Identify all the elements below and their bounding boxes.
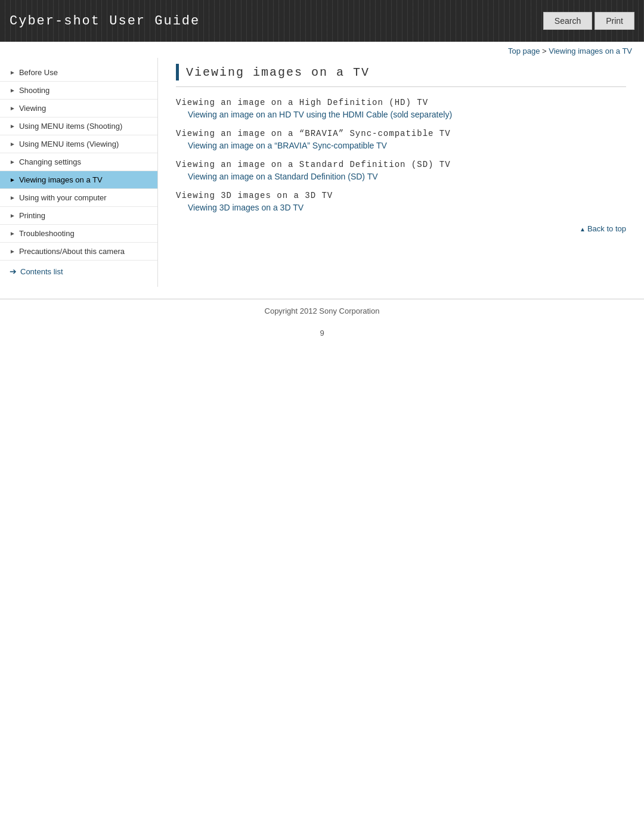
- chevron-right-icon: ►: [10, 123, 16, 129]
- breadcrumb-top-link[interactable]: Top page: [508, 47, 540, 55]
- chevron-right-icon: ►: [10, 159, 16, 165]
- sidebar-item-viewing[interactable]: ► Viewing: [0, 100, 157, 117]
- main-layout: ► Before Use ► Shooting ► Viewing ► Usin…: [0, 58, 644, 287]
- app-title: Cyber-shot User Guide: [10, 14, 200, 29]
- page-number: 9: [0, 323, 644, 343]
- header-actions: Search Print: [543, 12, 634, 30]
- section-bravia-tv-link[interactable]: Viewing an image on a “BRAVIA” Sync-comp…: [176, 141, 626, 150]
- chevron-right-icon: ►: [10, 176, 16, 183]
- sidebar-item-label: Before Use: [19, 68, 58, 77]
- section-hd-tv-title: Viewing an image on a High Definition (H…: [176, 98, 626, 107]
- sidebar-item-changing-settings[interactable]: ► Changing settings: [0, 153, 157, 171]
- back-to-top: ▲Back to top: [176, 224, 626, 233]
- section-sd-tv: Viewing an image on a Standard Definitio…: [176, 160, 626, 181]
- search-button[interactable]: Search: [543, 12, 592, 30]
- triangle-up-icon: ▲: [580, 226, 586, 233]
- sidebar-item-printing[interactable]: ► Printing: [0, 207, 157, 225]
- sidebar-item-label: Changing settings: [19, 157, 81, 166]
- sidebar-item-label: Precautions/About this camera: [19, 247, 125, 256]
- section-sd-tv-link[interactable]: Viewing an image on a Standard Definitio…: [176, 172, 626, 181]
- sidebar-item-using-menu-viewing[interactable]: ► Using MENU items (Viewing): [0, 135, 157, 153]
- chevron-right-icon: ►: [10, 212, 16, 219]
- arrow-right-icon: ➔: [10, 267, 17, 276]
- sidebar-item-shooting[interactable]: ► Shooting: [0, 82, 157, 100]
- page-footer: Copyright 2012 Sony Corporation: [0, 299, 644, 323]
- chevron-right-icon: ►: [10, 230, 16, 237]
- sidebar-item-troubleshooting[interactable]: ► Troubleshooting: [0, 225, 157, 243]
- chevron-right-icon: ►: [10, 194, 16, 201]
- breadcrumb: Top page > Viewing images on a TV: [0, 42, 644, 58]
- chevron-right-icon: ►: [10, 105, 16, 112]
- sidebar-item-label: Using MENU items (Shooting): [19, 122, 122, 131]
- contents-list-link[interactable]: ➔ Contents list: [0, 261, 157, 281]
- section-3d-tv-link[interactable]: Viewing 3D images on a 3D TV: [176, 203, 626, 212]
- sidebar-item-label: Viewing: [19, 104, 46, 113]
- breadcrumb-current-link[interactable]: Viewing images on a TV: [549, 47, 632, 55]
- section-sd-tv-title: Viewing an image on a Standard Definitio…: [176, 160, 626, 169]
- section-hd-tv: Viewing an image on a High Definition (H…: [176, 98, 626, 119]
- page-header: Cyber-shot User Guide Search Print: [0, 0, 644, 42]
- breadcrumb-separator: >: [540, 47, 549, 55]
- sidebar-item-label: Using MENU items (Viewing): [19, 140, 119, 148]
- sidebar-item-label: Viewing images on a TV: [19, 175, 103, 184]
- print-button[interactable]: Print: [595, 12, 634, 30]
- sidebar-item-using-computer[interactable]: ► Using with your computer: [0, 189, 157, 207]
- sidebar-item-before-use[interactable]: ► Before Use: [0, 64, 157, 82]
- sidebar-item-using-menu-shooting[interactable]: ► Using MENU items (Shooting): [0, 117, 157, 135]
- sidebar: ► Before Use ► Shooting ► Viewing ► Usin…: [0, 58, 158, 287]
- back-to-top-link[interactable]: ▲Back to top: [580, 224, 626, 233]
- sidebar-item-viewing-images-tv[interactable]: ► Viewing images on a TV: [0, 171, 157, 189]
- contents-list-label: Contents list: [20, 267, 63, 276]
- chevron-right-icon: ►: [10, 248, 16, 255]
- section-hd-tv-link[interactable]: Viewing an image on an HD TV using the H…: [176, 110, 626, 119]
- chevron-right-icon: ►: [10, 69, 16, 76]
- copyright-text: Copyright 2012 Sony Corporation: [265, 306, 380, 315]
- main-content: Viewing images on a TV Viewing an image …: [158, 58, 644, 287]
- sidebar-item-label: Using with your computer: [19, 193, 107, 202]
- section-bravia-tv-title: Viewing an image on a “BRAVIA” Sync-comp…: [176, 129, 626, 138]
- heading-bar-decoration: [176, 64, 179, 80]
- chevron-right-icon: ►: [10, 141, 16, 147]
- sidebar-item-precautions[interactable]: ► Precautions/About this camera: [0, 243, 157, 261]
- page-title: Viewing images on a TV: [186, 66, 370, 79]
- section-3d-tv-title: Viewing 3D images on a 3D TV: [176, 191, 626, 200]
- chevron-right-icon: ►: [10, 87, 16, 94]
- sidebar-item-label: Shooting: [19, 86, 49, 95]
- sidebar-item-label: Troubleshooting: [19, 229, 75, 238]
- section-3d-tv: Viewing 3D images on a 3D TV Viewing 3D …: [176, 191, 626, 212]
- page-heading: Viewing images on a TV: [176, 64, 626, 87]
- sidebar-item-label: Printing: [19, 211, 45, 220]
- section-bravia-tv: Viewing an image on a “BRAVIA” Sync-comp…: [176, 129, 626, 150]
